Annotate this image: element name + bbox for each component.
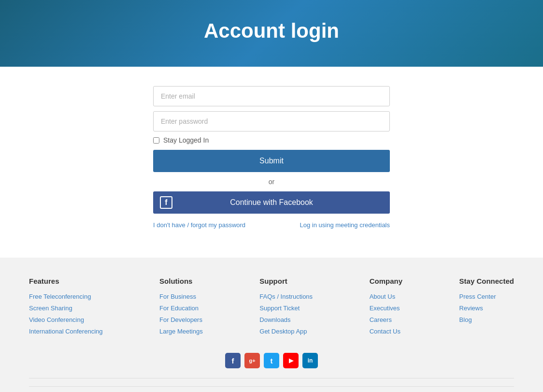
footer-link[interactable]: About Us (370, 293, 395, 300)
footer-link[interactable]: For Business (159, 293, 196, 300)
list-item: For Developers (159, 315, 203, 324)
footer-link[interactable]: Contact Us (370, 328, 400, 335)
youtube-social-icon[interactable]: ▶ (283, 353, 299, 368)
list-item: Executives (370, 304, 402, 312)
footer-heading-solutions: Solutions (159, 277, 203, 285)
footer-list-stay-connected: Press Center Reviews Blog (459, 292, 514, 324)
password-field[interactable] (153, 111, 390, 131)
submit-button[interactable]: Submit (153, 150, 390, 172)
login-form: Stay Logged In Submit or f Continue with… (153, 86, 390, 229)
list-item: Support Ticket (259, 304, 313, 312)
facebook-social-icon[interactable]: f (225, 353, 241, 368)
meeting-credentials-link[interactable]: Log in using meeting credentials (300, 221, 390, 229)
stay-logged-in-label[interactable]: Stay Logged In (153, 136, 390, 144)
footer-link[interactable]: Free Teleconferencing (29, 293, 91, 300)
list-item: Screen Sharing (29, 304, 103, 312)
list-item: Free Teleconferencing (29, 292, 103, 301)
list-item: Get Desktop App (259, 327, 313, 335)
list-item: International Conferencing (29, 327, 103, 335)
footer-list-solutions: For Business For Education For Developer… (159, 292, 203, 335)
forgot-password-link[interactable]: I don't have / forgot my password (153, 221, 245, 229)
footer-divider (29, 378, 514, 378)
facebook-button-label: Continue with Facebook (230, 198, 313, 207)
footer-link[interactable]: For Developers (159, 316, 202, 323)
footer-link[interactable]: Reviews (459, 305, 483, 312)
footer-heading-company: Company (370, 277, 402, 285)
footer-link[interactable]: Executives (370, 305, 400, 312)
list-item: FAQs / Instructions (259, 292, 313, 301)
footer-link[interactable]: Large Meetings (159, 328, 203, 335)
list-item: Contact Us (370, 327, 402, 335)
footer-link[interactable]: For Education (159, 305, 199, 312)
footer-social: f g+ t ▶ in (29, 353, 514, 368)
footer-link[interactable]: Careers (370, 316, 392, 323)
footer-link[interactable]: Downloads (259, 316, 290, 323)
facebook-icon: f (160, 196, 172, 209)
list-item: Press Center (459, 292, 514, 301)
footer-heading-support: Support (259, 277, 313, 285)
twitter-social-icon[interactable]: t (264, 353, 279, 368)
list-item: Careers (370, 315, 402, 324)
footer-heading-stay-connected: Stay Connected (459, 277, 514, 285)
footer-link[interactable]: FAQs / Instructions (259, 293, 313, 300)
list-item: For Education (159, 304, 203, 312)
list-item: Reviews (459, 304, 514, 312)
footer-bottom-links: Privacy Policy Sitemap Terms & Condition… (29, 386, 514, 392)
footer-link[interactable]: Blog (459, 316, 472, 323)
stay-logged-in-checkbox[interactable] (153, 137, 159, 144)
footer-link[interactable]: Video Conferencing (29, 316, 84, 323)
main-content: Stay Logged In Submit or f Continue with… (0, 67, 543, 258)
email-field[interactable] (153, 86, 390, 106)
facebook-login-button[interactable]: f Continue with Facebook (153, 191, 390, 214)
form-links-row: I don't have / forgot my password Log in… (153, 221, 390, 229)
footer-col-company: Company About Us Executives Careers Cont… (370, 277, 402, 338)
footer-link[interactable]: Screen Sharing (29, 305, 72, 312)
list-item: Downloads (259, 315, 313, 324)
footer-link[interactable]: Get Desktop App (259, 328, 307, 335)
list-item: About Us (370, 292, 402, 301)
footer: Features Free Teleconferencing Screen Sh… (0, 258, 543, 392)
footer-col-solutions: Solutions For Business For Education For… (159, 277, 203, 338)
footer-col-stay-connected: Stay Connected Press Center Reviews Blog (459, 277, 514, 338)
footer-link[interactable]: Press Center (459, 293, 496, 300)
footer-list-company: About Us Executives Careers Contact Us (370, 292, 402, 335)
list-item: Blog (459, 315, 514, 324)
linkedin-social-icon[interactable]: in (302, 353, 318, 368)
list-item: Large Meetings (159, 327, 203, 335)
footer-link[interactable]: International Conferencing (29, 328, 103, 335)
stay-logged-in-text: Stay Logged In (163, 136, 209, 144)
list-item: Video Conferencing (29, 315, 103, 324)
footer-col-features: Features Free Teleconferencing Screen Sh… (29, 277, 103, 338)
list-item: For Business (159, 292, 203, 301)
footer-col-support: Support FAQs / Instructions Support Tick… (259, 277, 313, 338)
footer-columns: Features Free Teleconferencing Screen Sh… (29, 277, 514, 338)
page-header: Account login (0, 0, 543, 67)
footer-list-support: FAQs / Instructions Support Ticket Downl… (259, 292, 313, 335)
footer-heading-features: Features (29, 277, 103, 285)
page-title: Account login (10, 19, 533, 43)
footer-link[interactable]: Support Ticket (259, 305, 300, 312)
google-social-icon[interactable]: g+ (244, 353, 260, 368)
or-divider: or (153, 178, 390, 186)
footer-list-features: Free Teleconferencing Screen Sharing Vid… (29, 292, 103, 335)
